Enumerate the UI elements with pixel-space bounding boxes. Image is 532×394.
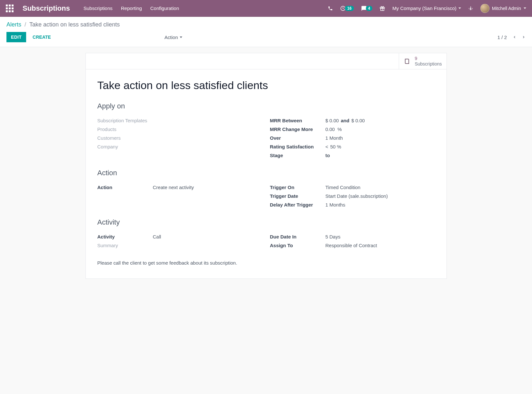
gift-icon[interactable] — [379, 5, 385, 11]
phone-icon[interactable] — [328, 6, 333, 11]
label-due-date: Due Date In — [270, 234, 326, 239]
card-head: 9 Subscriptions — [86, 53, 447, 69]
label-assign-to: Assign To — [270, 243, 326, 248]
breadcrumb-separator: / — [25, 21, 26, 28]
action-menu[interactable]: Action — [165, 35, 183, 40]
pager-count[interactable]: 1 / 2 — [497, 35, 507, 40]
clock-badge: 16 — [345, 6, 354, 11]
value-due-date: 5 Days — [326, 234, 435, 239]
chat-badge: 4 — [366, 6, 373, 11]
label-over: Over — [270, 135, 326, 141]
label-trigger-on: Trigger On — [270, 185, 326, 190]
value-rating: < 50 % — [326, 144, 435, 149]
edit-button[interactable]: EDIT — [6, 32, 26, 42]
section-apply-on: Apply on — [97, 102, 435, 110]
record-title: Take action on less satisfied clients — [97, 79, 435, 92]
app-title[interactable]: Subscriptions — [23, 4, 70, 13]
top-nav: Subscriptions Subscriptions Reporting Co… — [0, 0, 532, 17]
nav-link-subscriptions[interactable]: Subscriptions — [84, 5, 113, 11]
breadcrumb-parent[interactable]: Alerts — [6, 21, 21, 28]
avatar — [480, 4, 489, 13]
label-products: Products — [97, 126, 153, 132]
company-name: My Company (San Francisco) — [392, 5, 456, 11]
label-rating: Rating Satisfaction — [270, 144, 326, 149]
stat-label: Subscriptions — [415, 61, 442, 66]
value-mrr-between: $ 0.00 and $ 0.00 — [326, 118, 435, 123]
label-mrr-between: MRR Between — [270, 118, 326, 123]
value-trigger-on: Timed Condition — [326, 185, 435, 190]
label-activity: Activity — [97, 234, 153, 239]
label-delay-after-trigger: Delay After Trigger — [270, 202, 326, 207]
activity-note: Please call the client to get some feedb… — [97, 260, 435, 266]
nav-link-reporting[interactable]: Reporting — [121, 5, 142, 11]
stat-number: 9 — [415, 56, 442, 61]
chevron-down-icon — [458, 7, 461, 9]
section-activity: Activity — [97, 218, 435, 227]
value-activity: Call — [153, 234, 262, 239]
breadcrumb-row: Alerts / Take action on less satisfied c… — [0, 17, 532, 28]
value-assign-to: Responsible of Contract — [326, 243, 435, 248]
label-trigger-date: Trigger Date — [270, 193, 326, 199]
main-wrap: 9 Subscriptions Take action on less sati… — [0, 47, 532, 288]
value-action: Create next activity — [153, 185, 262, 190]
user-menu[interactable]: Mitchell Admin — [480, 4, 526, 13]
value-stage: to — [326, 153, 435, 158]
label-action: Action — [97, 185, 153, 190]
section-action: Action — [97, 169, 435, 177]
form-card: 9 Subscriptions Take action on less sati… — [85, 53, 447, 279]
chevron-down-icon — [180, 36, 182, 38]
clock-icon[interactable]: 16 — [340, 5, 354, 11]
create-button[interactable]: CREATE — [28, 32, 55, 42]
action-row: EDIT CREATE Action 1 / 2 — [0, 28, 532, 47]
book-icon — [404, 57, 411, 65]
stat-subscriptions[interactable]: 9 Subscriptions — [399, 53, 446, 69]
breadcrumb: Alerts / Take action on less satisfied c… — [6, 21, 526, 28]
label-subscription-templates: Subscription Templates — [97, 118, 153, 123]
label-summary: Summary — [97, 243, 153, 248]
value-delay-after-trigger: 1 Months — [326, 202, 435, 207]
label-mrr-change: MRR Change More — [270, 126, 326, 132]
pager-prev[interactable] — [513, 35, 517, 40]
chat-icon[interactable]: 4 — [361, 5, 373, 11]
company-selector[interactable]: My Company (San Francisco) — [392, 5, 461, 11]
value-over: 1 Month — [326, 135, 435, 141]
label-customers: Customers — [97, 135, 153, 141]
action-menu-label: Action — [165, 35, 178, 40]
label-stage: Stage — [270, 153, 326, 158]
value-trigger-date: Start Date (sale.subscription) — [326, 193, 435, 199]
user-name: Mitchell Admin — [492, 6, 521, 11]
chevron-down-icon — [524, 7, 526, 9]
breadcrumb-current: Take action on less satisfied clients — [29, 21, 120, 28]
nav-link-configuration[interactable]: Configuration — [150, 5, 179, 11]
label-company: Company — [97, 144, 153, 149]
debug-icon[interactable] — [468, 6, 473, 11]
value-mrr-change: 0.00 % — [326, 126, 435, 132]
pager-next[interactable] — [522, 35, 526, 40]
apps-icon[interactable] — [6, 5, 14, 12]
